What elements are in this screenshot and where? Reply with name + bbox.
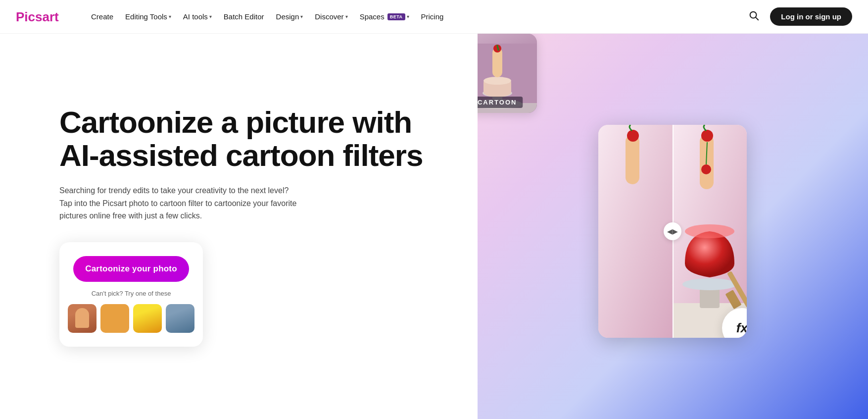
before-after-container: ◀▶ fx bbox=[598, 125, 747, 338]
nav-links: Create Editing Tools ▾ AI tools ▾ Batch … bbox=[86, 9, 448, 24]
hero-title: Cartoonize a picture with AI-assisted ca… bbox=[59, 106, 448, 172]
svg-point-20 bbox=[701, 130, 713, 142]
chevron-down-icon: ▾ bbox=[345, 14, 348, 19]
cta-card: Cartoonize your photo Can't pick? Try on… bbox=[59, 242, 203, 347]
svg-point-27 bbox=[685, 224, 734, 238]
svg-point-25 bbox=[682, 278, 737, 290]
nav-item-pricing[interactable]: Pricing bbox=[416, 9, 449, 24]
nav-item-ai-tools[interactable]: AI tools ▾ bbox=[178, 9, 217, 24]
nav-item-editing-tools[interactable]: Editing Tools ▾ bbox=[120, 9, 176, 24]
svg-rect-16 bbox=[626, 135, 639, 184]
sample-image-2[interactable] bbox=[100, 304, 129, 333]
svg-line-2 bbox=[756, 17, 758, 20]
hero-subtitle: Searching for trendy edits to take your … bbox=[59, 184, 297, 222]
sample-image-4[interactable] bbox=[166, 304, 194, 333]
right-section: CARTOON bbox=[478, 34, 868, 419]
svg-point-17 bbox=[627, 130, 639, 142]
chevron-down-icon: ▾ bbox=[300, 14, 303, 19]
chevron-down-icon: ▾ bbox=[169, 14, 171, 19]
sample-image-1[interactable] bbox=[68, 304, 96, 333]
nav-item-discover[interactable]: Discover ▾ bbox=[310, 9, 352, 24]
login-button[interactable]: Log in or sign up bbox=[770, 7, 852, 26]
navbar: Picsart Create Editing Tools ▾ AI tools … bbox=[0, 0, 868, 34]
sample-image-3[interactable] bbox=[133, 304, 162, 333]
sample-images bbox=[73, 304, 189, 333]
cartoon-thumbnail: CARTOON bbox=[478, 34, 537, 113]
svg-point-10 bbox=[483, 77, 511, 85]
before-after-handle[interactable]: ◀▶ bbox=[664, 222, 681, 240]
main-wrapper: Cartoonize a picture with AI-assisted ca… bbox=[0, 34, 868, 419]
spaces-beta-badge: BETA bbox=[387, 13, 405, 20]
nav-item-create[interactable]: Create bbox=[86, 9, 118, 24]
svg-point-22 bbox=[701, 164, 711, 174]
ba-left-panel bbox=[598, 125, 673, 338]
chevron-down-icon: ▾ bbox=[407, 14, 409, 19]
ba-right-panel bbox=[673, 125, 747, 338]
logo[interactable]: Picsart bbox=[16, 8, 70, 25]
cant-pick-label: Can't pick? Try one of these bbox=[73, 290, 189, 297]
search-button[interactable] bbox=[745, 7, 762, 26]
nav-item-design[interactable]: Design ▾ bbox=[271, 9, 308, 24]
left-section: Cartoonize a picture with AI-assisted ca… bbox=[0, 34, 478, 419]
nav-item-batch-editor[interactable]: Batch Editor bbox=[219, 9, 269, 24]
drag-arrows-icon: ◀▶ bbox=[667, 227, 678, 235]
nav-item-spaces[interactable]: Spaces BETA ▾ bbox=[355, 9, 414, 24]
chevron-down-icon: ▾ bbox=[209, 14, 212, 19]
nav-right: Log in or sign up bbox=[745, 7, 852, 26]
svg-text:Picsart: Picsart bbox=[16, 9, 59, 24]
before-after-mockup: ◀▶ fx bbox=[588, 95, 757, 372]
cartoon-label: CARTOON bbox=[478, 97, 523, 108]
cartoonize-button[interactable]: Cartoonize your photo bbox=[73, 256, 189, 282]
nav-left: Picsart Create Editing Tools ▾ AI tools … bbox=[16, 8, 448, 25]
